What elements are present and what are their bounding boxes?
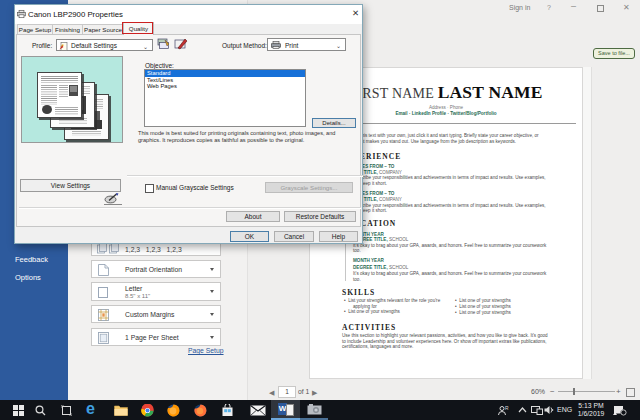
svg-text:R: R — [505, 405, 509, 411]
